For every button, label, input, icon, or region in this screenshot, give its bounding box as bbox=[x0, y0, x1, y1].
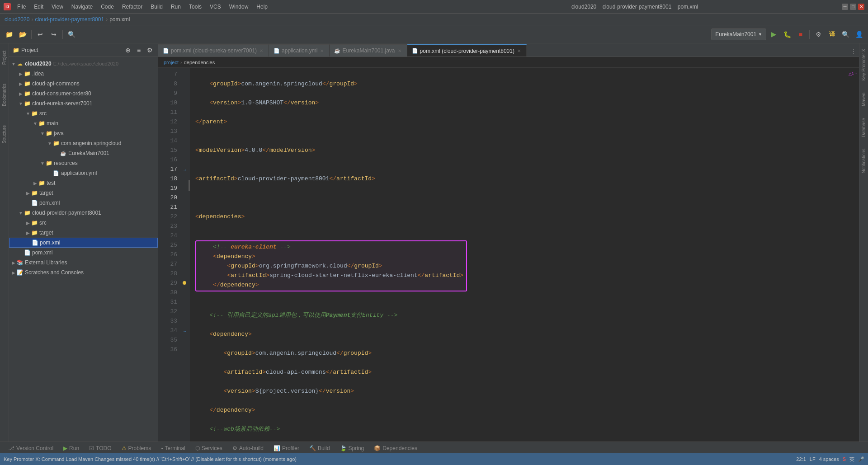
sidebar-structure-label[interactable]: Structure bbox=[1, 122, 8, 147]
editor-breadcrumb-project[interactable]: project bbox=[164, 60, 179, 65]
tree-item-eureka-server[interactable]: ▼ 📁 cloud-eureka-server7001 bbox=[9, 99, 158, 108]
tab-pom-payment[interactable]: 📄 pom.xml (cloud-provider-payment8001) ✕ bbox=[407, 44, 527, 56]
gutter-bookmark-17[interactable]: → bbox=[183, 167, 187, 172]
bottom-tab-auto-build-label: Auto-build bbox=[239, 445, 264, 451]
code-editor[interactable]: <groupId>com.angenin.springcloud</groupI… bbox=[190, 68, 832, 442]
tab-app-yml[interactable]: 📄 application.yml ✕ bbox=[269, 44, 330, 56]
tree-item-pom-root[interactable]: ▶ 📄 pom.xml bbox=[9, 248, 158, 258]
tree-item-java[interactable]: ▼ 📁 java bbox=[9, 128, 158, 138]
bottom-tab-todo[interactable]: ☑ TODO bbox=[85, 442, 116, 454]
menu-run[interactable]: Run bbox=[167, 3, 184, 11]
bottom-tab-terminal[interactable]: ▪ Terminal bbox=[156, 442, 190, 454]
separator3 bbox=[809, 30, 810, 39]
tree-item-test[interactable]: ▶ 📁 test bbox=[9, 178, 158, 188]
menu-refactor[interactable]: Refactor bbox=[118, 3, 146, 11]
settings-button[interactable]: ⚙ bbox=[812, 28, 825, 41]
toolbar-search[interactable]: 🔍 bbox=[65, 28, 78, 41]
tabs-overflow[interactable]: ⋮ bbox=[848, 47, 859, 56]
tree-item-package[interactable]: ▼ 📁 com.angenin.springcloud bbox=[9, 138, 158, 148]
status-mic[interactable]: 🎤 bbox=[858, 456, 864, 462]
menu-code[interactable]: Code bbox=[97, 3, 118, 11]
status-indent[interactable]: 4 spaces bbox=[819, 456, 839, 462]
bottom-tab-problems[interactable]: ⚠ Problems bbox=[117, 442, 156, 454]
minimize-button[interactable]: ─ bbox=[842, 4, 848, 10]
project-collapse-button[interactable]: ≡ bbox=[134, 46, 143, 55]
rs-maven[interactable]: Maven bbox=[860, 89, 867, 110]
tree-item-payment8001[interactable]: ▼ 📁 cloud-provider-payment8001 bbox=[9, 208, 158, 218]
bottom-tab-build-label: Build bbox=[318, 445, 330, 451]
tree-item-api-commons[interactable]: ▶ 📁 cloud-api-commons bbox=[9, 79, 158, 89]
gutter-bookmark-35[interactable]: → bbox=[183, 329, 187, 333]
run-configuration[interactable]: EurekaMain7001 ▼ bbox=[711, 28, 766, 40]
toolbar-new[interactable]: 📁 bbox=[3, 28, 15, 41]
tab-pom-eureka-close[interactable]: ✕ bbox=[259, 48, 264, 54]
menu-edit[interactable]: Edit bbox=[30, 3, 47, 11]
status-encoding[interactable]: LF bbox=[810, 456, 816, 462]
status-lang-en[interactable]: 英 bbox=[849, 456, 854, 463]
rs-database[interactable]: Database bbox=[860, 114, 867, 141]
project-locate-button[interactable]: ⊕ bbox=[123, 46, 132, 55]
tab-pom-payment-close[interactable]: ✕ bbox=[516, 48, 522, 54]
stop-button[interactable]: ■ bbox=[794, 28, 807, 41]
toolbar-redo[interactable]: ↪ bbox=[47, 28, 60, 41]
bottom-tab-auto-build[interactable]: ⚙ Auto-build bbox=[228, 442, 268, 454]
run-button[interactable]: ▶ bbox=[767, 28, 780, 41]
avatar-button[interactable]: 👤 bbox=[853, 28, 865, 41]
debug-button[interactable]: 🐛 bbox=[781, 28, 793, 41]
menu-bar: File Edit View Navigate Code Refactor Bu… bbox=[14, 3, 428, 11]
menu-tools[interactable]: Tools bbox=[185, 3, 205, 11]
tree-item-app-yml[interactable]: ▶ 📄 application.yml bbox=[9, 168, 158, 178]
bottom-tab-build[interactable]: 🔨 Build bbox=[305, 442, 335, 454]
status-message: Key Promoter X: Command Load Maven Chang… bbox=[4, 456, 793, 462]
sidebar-bookmarks-label[interactable]: Bookmarks bbox=[1, 80, 8, 110]
tree-item-pom-payment-active[interactable]: ▶ 📄 pom.xml bbox=[9, 238, 158, 248]
menu-navigate[interactable]: Navigate bbox=[68, 3, 96, 11]
breadcrumb-cloud2020[interactable]: cloud2020 bbox=[5, 16, 29, 23]
status-position[interactable]: 22:1 bbox=[796, 456, 806, 462]
rs-notifications[interactable]: Notifications bbox=[860, 145, 867, 177]
sidebar-project-label[interactable]: Project bbox=[1, 47, 8, 68]
editor-area: 📄 pom.xml (cloud-eureka-server7001) ✕ 📄 … bbox=[158, 43, 859, 442]
tab-eureka-main[interactable]: ☕ EurekaMain7001.java ✕ bbox=[330, 44, 407, 56]
tree-item-consumer-order[interactable]: ▶ 📁 cloud-consumer-order80 bbox=[9, 89, 158, 99]
menu-build[interactable]: Build bbox=[147, 3, 166, 11]
rs-key-promoter[interactable]: Key Promoter X bbox=[860, 45, 867, 85]
search-everywhere-button[interactable]: 🔍 bbox=[839, 28, 852, 41]
tree-item-src-payment[interactable]: ▶ 📁 src bbox=[9, 218, 158, 228]
close-button[interactable]: ✕ bbox=[858, 4, 864, 10]
bottom-tab-services[interactable]: ⬡ Services bbox=[191, 442, 227, 454]
minimap-highlight: △1 ↑ bbox=[849, 71, 857, 76]
tree-item-idea[interactable]: ▶ 📁 .idea bbox=[9, 69, 158, 79]
tree-item-resources[interactable]: ▼ 📁 resources bbox=[9, 158, 158, 168]
tree-item-external-libs[interactable]: ▶ 📚 External Libraries bbox=[9, 258, 158, 268]
toolbar-open[interactable]: 📂 bbox=[16, 28, 29, 41]
tab-eureka-main-close[interactable]: ✕ bbox=[397, 48, 402, 54]
menu-vcs[interactable]: VCS bbox=[206, 3, 225, 11]
tree-item-cloud2020[interactable]: ▼ ☁ cloud2020 E:\idea-workspace\cloud202… bbox=[9, 59, 158, 69]
menu-help[interactable]: Help bbox=[253, 3, 271, 11]
bottom-tab-spring[interactable]: 🍃 Spring bbox=[335, 442, 369, 454]
bottom-tab-dependencies[interactable]: 📦 Dependencies bbox=[369, 442, 422, 454]
translate-button[interactable]: 译 bbox=[826, 28, 838, 41]
tree-item-pom-eureka[interactable]: ▶ 📄 pom.xml bbox=[9, 198, 158, 208]
breadcrumb-payment[interactable]: cloud-provider-payment8001 bbox=[35, 16, 104, 23]
tree-item-src1[interactable]: ▼ 📁 src bbox=[9, 108, 158, 118]
tree-item-eureka-main-java[interactable]: ▶ ☕ EurekaMain7001 bbox=[9, 148, 158, 158]
toolbar-undo[interactable]: ↩ bbox=[34, 28, 47, 41]
project-settings-button[interactable]: ⚙ bbox=[145, 46, 154, 55]
tree-item-main[interactable]: ▼ 📁 main bbox=[9, 118, 158, 128]
tab-app-yml-close[interactable]: ✕ bbox=[319, 48, 325, 54]
bottom-tab-profiler[interactable]: 📊 Profiler bbox=[269, 442, 304, 454]
editor-breadcrumb-dependencies[interactable]: dependencies bbox=[184, 60, 215, 65]
menu-view[interactable]: View bbox=[48, 3, 67, 11]
bottom-tab-run[interactable]: ▶ Run bbox=[59, 442, 84, 454]
tree-item-target-eureka[interactable]: ▶ 📁 target bbox=[9, 188, 158, 198]
tree-item-target-payment[interactable]: ▶ 📁 target bbox=[9, 228, 158, 238]
gutter-marker-30[interactable] bbox=[183, 281, 186, 285]
maximize-button[interactable]: □ bbox=[850, 4, 856, 10]
menu-file[interactable]: File bbox=[14, 3, 29, 11]
tab-pom-eureka[interactable]: 📄 pom.xml (cloud-eureka-server7001) ✕ bbox=[158, 44, 269, 56]
menu-window[interactable]: Window bbox=[226, 3, 252, 11]
tree-item-scratches[interactable]: ▶ 📝 Scratches and Consoles bbox=[9, 268, 158, 277]
bottom-tab-vcs[interactable]: ⎇ Version Control bbox=[4, 442, 58, 454]
